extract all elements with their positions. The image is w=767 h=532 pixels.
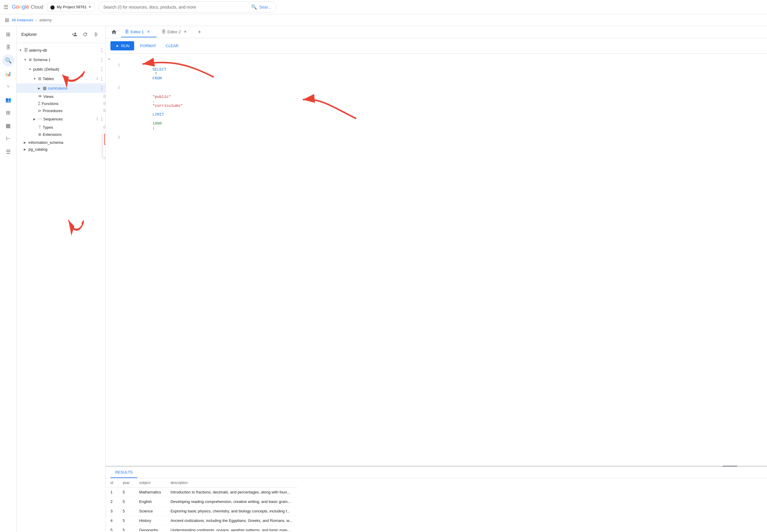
results-tab[interactable]: RESULTS bbox=[110, 467, 137, 478]
tab-close-editor2[interactable]: ✕ bbox=[182, 29, 188, 34]
functions-icon: Σ bbox=[38, 101, 41, 106]
context-menu-query[interactable]: ≡ Query bbox=[104, 134, 106, 145]
tree-item-pg-catalog[interactable]: ▶ pg_catalog bbox=[17, 146, 105, 153]
left-sidebar: ⊞ 🗄 🔍 📊 ⑂ 👥 ⊞ ▦ ⊢ ☰ bbox=[0, 26, 17, 532]
collapse-button[interactable] bbox=[91, 30, 101, 39]
main-layout: ⊞ 🗄 🔍 📊 ⑂ 👥 ⊞ ▦ ⊢ ☰ Explorer bbox=[0, 26, 767, 532]
tree-item-curriculums[interactable]: ▶ ▦ curriculums ⋮ bbox=[17, 83, 105, 93]
run-label: RUN bbox=[121, 44, 129, 48]
arrow-icon: ▼ bbox=[33, 77, 38, 80]
layers-icon: ⊞ bbox=[5, 17, 9, 23]
arrow-icon: ▼ bbox=[28, 68, 33, 71]
tree-label: Schema 1 bbox=[33, 58, 98, 62]
more-icon[interactable]: ⋮ bbox=[98, 85, 105, 92]
col-header-description: description bbox=[165, 478, 297, 488]
sidebar-icon-search[interactable]: 🔍 bbox=[2, 55, 14, 66]
tree-count: 0 bbox=[103, 109, 105, 113]
line-number bbox=[113, 56, 125, 57]
col-header-id: id bbox=[106, 478, 118, 488]
tree-item-schema1[interactable]: ▼ ⊛ Schema 1 ⋮ bbox=[17, 55, 105, 64]
sidebar-icon-table[interactable]: ⊞ bbox=[2, 107, 14, 119]
more-icon[interactable]: ⋮ bbox=[98, 56, 105, 63]
tree-item-public[interactable]: ▼ public (Default) ⋮ bbox=[17, 64, 105, 74]
more-icon[interactable]: ⋮ bbox=[98, 115, 105, 122]
tree-item-types[interactable]: ▶ ⊤ Types 0 bbox=[17, 124, 105, 131]
table-row: 35ScienceExploring basic physics, chemis… bbox=[106, 506, 297, 516]
tree-item-procedures[interactable]: ▶ ⊳ Procedures 0 bbox=[17, 107, 105, 114]
tab-bar: 🗄 Editor 1 ✕ 🗄 Editor 2 ✕ + bbox=[106, 26, 767, 38]
table-row: 55GeographyUnderstanding continents, oce… bbox=[106, 525, 297, 531]
refresh-button[interactable] bbox=[80, 30, 90, 39]
table-row: 15MathematicsIntroduction to fractions, … bbox=[106, 488, 297, 497]
tree-item-functions[interactable]: ▶ Σ Functions 0 bbox=[17, 100, 105, 107]
cell-id: 2 bbox=[106, 497, 118, 506]
more-icon[interactable]: ⋮ bbox=[98, 47, 105, 54]
tree-item-tables[interactable]: ▼ ⊞ Tables 1 ⋮ bbox=[17, 74, 105, 83]
sidebar-icon-db[interactable]: 🗄 bbox=[2, 42, 14, 53]
tree-item-extensions[interactable]: ▶ ⊕ Extensions 0 bbox=[17, 131, 105, 138]
clear-button[interactable]: CLEAR bbox=[162, 41, 182, 50]
tree-label: Tables bbox=[43, 77, 95, 81]
tree-count: 1 bbox=[96, 117, 98, 121]
tree-label: public (Default) bbox=[33, 67, 98, 71]
tab-editor2[interactable]: 🗄 Editor 2 ✕ bbox=[158, 27, 194, 37]
schema-icon: ⊛ bbox=[28, 57, 32, 62]
tab-editor1[interactable]: 🗄 Editor 1 ✕ bbox=[121, 27, 157, 37]
tab-add-button[interactable]: + bbox=[195, 27, 204, 37]
tree-item-sequences[interactable]: ▶ ⋯ Sequences 1 ⋮ bbox=[17, 114, 105, 124]
tree-item-information-schema[interactable]: ▶ information_schema bbox=[17, 139, 105, 146]
context-menu-delete[interactable]: 🗑 Delete table bbox=[103, 146, 106, 157]
tables-icon: ⊞ bbox=[38, 76, 42, 81]
code-editor[interactable]: ✏ 1 SELECT * FROM 2 bbox=[106, 54, 767, 466]
sidebar-icon-grid[interactable]: ▦ bbox=[2, 120, 14, 132]
cell-description: Ancient civilizations, including the Egy… bbox=[165, 516, 297, 525]
tree-label: Procedures bbox=[43, 109, 102, 113]
line-content bbox=[125, 135, 767, 140]
more-icon[interactable]: ⋮ bbox=[98, 75, 105, 82]
breadcrumb-all-instances[interactable]: All instances bbox=[12, 18, 33, 22]
arrow-icon: ▼ bbox=[24, 58, 28, 61]
breadcrumb-separator: › bbox=[36, 18, 37, 22]
arrow-icon: ▼ bbox=[19, 49, 24, 52]
editor-toolbar: RUN FORMAT CLEAR bbox=[106, 38, 767, 54]
arrow-icon: ▶ bbox=[24, 148, 28, 151]
tab-close-editor1[interactable]: ✕ bbox=[146, 29, 151, 34]
tree-item-aidemy-db[interactable]: ▼ 🗄 aidemy-db ⋮ bbox=[17, 45, 105, 55]
run-button[interactable]: RUN bbox=[110, 41, 134, 50]
tree-label: Views bbox=[43, 94, 102, 99]
chevron-down-icon: ▼ bbox=[88, 5, 91, 9]
tree-label: Sequences bbox=[43, 117, 95, 121]
sidebar-icon-people[interactable]: 👥 bbox=[2, 94, 14, 106]
views-icon: 👁 bbox=[38, 94, 42, 99]
hamburger-icon[interactable]: ☰ bbox=[4, 4, 8, 10]
editor-tab-icon: 🗄 bbox=[125, 29, 129, 34]
breadcrumb: ⊞ All instances › aidemy bbox=[0, 14, 767, 26]
content-area: 🗄 Editor 1 ✕ 🗄 Editor 2 ✕ + RUN FORMAT bbox=[106, 26, 767, 532]
table-row: 25EnglishDeveloping reading comprehensio… bbox=[106, 497, 297, 506]
logo: Google Cloud bbox=[12, 4, 43, 10]
add-user-button[interactable] bbox=[70, 30, 79, 39]
google-logo: Google bbox=[12, 4, 29, 10]
col-header-subject: subject bbox=[134, 478, 166, 488]
results-tbody: 15MathematicsIntroduction to fractions, … bbox=[106, 488, 297, 531]
resize-handle[interactable] bbox=[106, 466, 767, 467]
tab-home-button[interactable] bbox=[108, 26, 120, 38]
cell-id: 1 bbox=[106, 488, 118, 497]
explorer-actions bbox=[70, 30, 101, 39]
tree-item-views[interactable]: ▶ 👁 Views 0 bbox=[17, 93, 105, 100]
edit-pencil-icon: ✏ bbox=[106, 56, 113, 61]
sidebar-icon-tool[interactable]: ⊢ bbox=[2, 133, 14, 145]
sidebar-icon-chart[interactable]: 📊 bbox=[2, 68, 14, 79]
more-icon[interactable]: ⋮ bbox=[98, 66, 105, 73]
sidebar-icon-layers[interactable]: ⊞ bbox=[2, 28, 14, 40]
sidebar-icon-list[interactable]: ☰ bbox=[2, 146, 14, 158]
tree-label: Extensions bbox=[43, 132, 102, 137]
cell-subject: History bbox=[134, 516, 166, 525]
global-search[interactable]: Search (/) for resources, docs, products… bbox=[98, 1, 276, 12]
tree-label: Types bbox=[43, 125, 102, 130]
project-selector[interactable]: ⬤ My Project 58761 ▼ bbox=[47, 3, 95, 12]
tree-count: 0 bbox=[103, 94, 105, 98]
sidebar-icon-filter[interactable]: ⑂ bbox=[2, 81, 14, 93]
procedures-icon: ⊳ bbox=[38, 108, 42, 113]
format-button[interactable]: FORMAT bbox=[136, 41, 160, 50]
